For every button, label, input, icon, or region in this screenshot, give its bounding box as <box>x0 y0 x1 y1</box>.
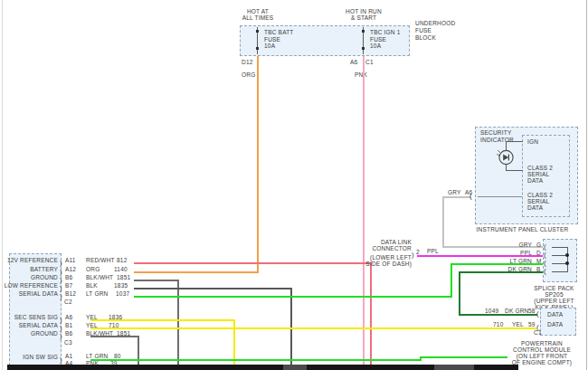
splice-pack-box <box>543 239 577 282</box>
blk-wht-wire-1-vertical <box>177 280 179 365</box>
pnk-wire-label: PNK <box>355 71 367 78</box>
red-wht-wire-horizontal <box>134 262 372 264</box>
splice-terminal-m: M <box>536 258 542 264</box>
pcm-circuit-1049: 1049 <box>485 308 498 314</box>
pin-wire-lt-grn: LT GRN <box>86 290 108 297</box>
splice-caption-2: SP205 <box>520 291 588 298</box>
pin-circuit-812: 812 <box>117 257 127 263</box>
lt-grn-1037-wire-vertical <box>450 263 452 298</box>
org-wire-horizontal <box>134 271 259 273</box>
splice-stub-b <box>552 271 568 272</box>
splice-caption-3: (UPPER LEFT <box>520 298 588 304</box>
splice-wire-label-lt-grn: LT GRN <box>498 258 532 264</box>
pin-wire-org: ORG <box>86 266 100 272</box>
cluster-ign-lead <box>506 141 523 142</box>
wiring-diagram-page: HOT AT ALL TIMES HOT IN RUN & START TBC … <box>0 0 588 370</box>
pcm-wire-dk-grn: DK GRN <box>505 308 528 314</box>
pin-circuit-1851: 1851 <box>117 274 130 280</box>
pin-terminal-a12: A12 <box>65 266 76 272</box>
pin-terminal-b12: B12 <box>65 290 76 297</box>
pin-terminal-a6-2: A6 <box>65 314 72 320</box>
tbc-batt-fuse-name: TBC BATT <box>264 29 294 35</box>
pin-wire-red-wht: RED/WHT <box>86 257 115 263</box>
tbc-ign1-fuse-rating: 10A <box>370 43 381 49</box>
pin-circuit-80: 80 <box>114 353 121 359</box>
gry-wire-color-label: GRY <box>448 189 461 195</box>
tbc-ign1-fuse-name: TBC IGN 1 <box>370 29 401 35</box>
pin-circuit-1835: 1835 <box>114 282 128 289</box>
pin-terminal-b6-2: B6 <box>65 330 72 337</box>
splice-bracket-icon: ( <box>544 251 546 259</box>
lt-grn-80-wire-horizontal <box>90 359 422 361</box>
lt-grn-1037-wire-horizontal <box>134 296 452 298</box>
pin-circuit-1836: 1836 <box>109 314 122 320</box>
splice-bracket-icon: ( <box>544 260 546 267</box>
fuse-block-caption-3: BLOCK <box>415 34 436 41</box>
red-wht-wire-vertical <box>370 262 372 365</box>
fuse-block-caption: UNDERHOOD <box>415 20 455 26</box>
pcm-bracket-icon: ( <box>536 310 539 318</box>
pcm-wire-yel: YEL <box>512 321 524 327</box>
splice-wire-label-ppl: PPL <box>498 250 532 256</box>
tbc-batt-fuse-name-2: FUSE <box>264 36 280 43</box>
pcm-connector-c1: C1 <box>534 329 542 336</box>
bottom-scrollbar-thumb[interactable] <box>434 365 474 370</box>
pin-bracket-icon: ) <box>60 285 62 292</box>
pin-label-battery: BATTERY <box>2 266 58 272</box>
pcm-caption-2: CONTROL MODULE <box>503 346 581 353</box>
pin-wire-blk-wht-2: BLK/WHT <box>86 330 113 337</box>
pcm-circuit-710: 710 <box>493 321 503 327</box>
gry-wire-vertical <box>442 196 444 248</box>
pin-bracket-icon: ) <box>60 293 62 300</box>
pin-terminal-b1: B1 <box>65 322 72 328</box>
pin-circuit-1037: 1037 <box>116 290 129 297</box>
fuse-terminal-d12: D12 <box>242 59 253 65</box>
lt-grn-80-wire-horizontal-2 <box>420 356 507 358</box>
fuse-terminal-dot <box>256 47 259 50</box>
pin-circuit-1140: 1140 <box>114 266 128 272</box>
dk-grn-wire-to-pcm <box>459 314 537 316</box>
pin-label-low-reference: LOW REFERENCE <box>2 282 58 289</box>
security-indicator-led-icon <box>497 148 516 167</box>
class2-serial-data-b: CLASS 2 <box>527 192 553 198</box>
org-wire-vertical <box>257 56 259 273</box>
tbc-ign1-fuse-name-2: FUSE <box>370 36 386 43</box>
dlc-caption-3: (LOWER LEFT <box>356 254 412 261</box>
hot-in-run-label-2: & START <box>341 14 386 21</box>
instrument-panel-cluster-caption: INSTRUMENT PANEL CLUSTER <box>457 226 588 232</box>
connector-c3: C3 <box>64 339 72 346</box>
pcm-data-label-b: DATA <box>547 321 563 327</box>
bottom-scrollbar-segment[interactable] <box>283 365 307 370</box>
hot-in-run-label: HOT IN RUN <box>341 8 386 14</box>
class2-serial-data-b-3: DATA <box>527 204 543 211</box>
fuse-terminal-dot <box>362 47 365 50</box>
hot-at-label-2: ALL TIMES <box>235 14 280 21</box>
org-wire-label: ORG <box>242 71 255 78</box>
dlc-terminal-bracket-icon: ) <box>412 251 414 259</box>
pin-bracket-icon: ) <box>60 260 62 267</box>
cluster-terminal-a6: A6 <box>465 189 472 195</box>
pin-label-serial-data-2: SERIAL DATA <box>2 322 58 328</box>
dlc-caption-2: CONNECTOR <box>356 245 412 251</box>
pin-wire-yel-710: YEL <box>86 322 98 328</box>
pcm-terminal-58: 58 <box>528 308 536 314</box>
splice-terminal-b: B <box>536 266 541 272</box>
class2-serial-data-b-2: SERIAL <box>527 198 549 204</box>
splice-junction-dot <box>565 261 569 265</box>
pin-label-12v-reference: 12V REFERENCE <box>2 257 58 263</box>
pin-bracket-icon: ) <box>60 325 62 332</box>
pin-bracket-icon: ) <box>60 269 62 276</box>
yel-1836-wire-vertical <box>233 319 235 365</box>
security-indicator-title: SECURITY <box>480 129 511 136</box>
fuse-block-caption-2: FUSE <box>415 27 432 33</box>
dlc-terminal-2: 2 <box>416 249 420 255</box>
gry-wire-from-cluster <box>443 196 471 198</box>
fuse-terminal-dot <box>256 30 259 33</box>
connector-c2: C2 <box>64 299 72 305</box>
splice-bracket-icon: ( <box>544 268 546 275</box>
splice-terminal-g: G <box>536 242 541 248</box>
pcm-data-label-a: DATA <box>547 311 563 318</box>
pnk-wire-vertical <box>363 56 365 365</box>
dk-grn-wire-vertical <box>459 271 460 315</box>
pin-bracket-icon: ) <box>60 317 62 324</box>
